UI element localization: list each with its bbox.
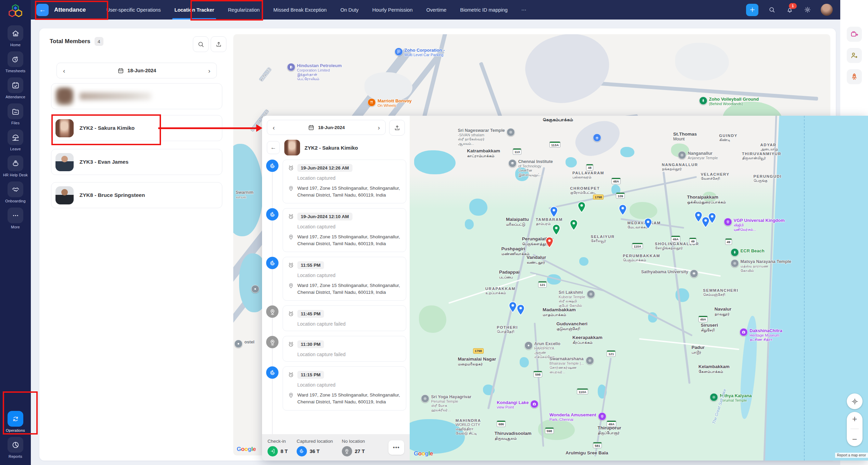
nav-item-user-specific-operations[interactable]: User-specific Operations [100, 0, 168, 20]
alarm-clock-icon [288, 262, 294, 268]
map-pin-red[interactable] [545, 237, 554, 248]
home-icon [8, 25, 23, 41]
map-label-thiruvadisoolam: Thiruvadisoolamதிருவடிசூலம் [495, 431, 532, 441]
alarm-clock-icon [288, 311, 294, 317]
member-row-zyk3[interactable]: ZYK3 - Evan James [51, 149, 222, 175]
map-pin-blue[interactable] [644, 218, 652, 229]
timeline-entry[interactable]: 11:45 PMLocation capture failed [266, 305, 406, 331]
map-pin-blue[interactable] [708, 212, 717, 224]
next-day-button[interactable]: › [208, 67, 210, 74]
rail-button-personswap[interactable] [847, 48, 862, 63]
calendar-icon [308, 124, 315, 131]
search-button[interactable] [767, 5, 776, 14]
annotation-arrow-head [256, 124, 262, 132]
members-export-button[interactable] [211, 36, 226, 52]
sidebar-item-operations[interactable]: Operations [6, 411, 25, 432]
map-label-sri-lakshmi: Sri LakshmiKuberar Temple ஸ்ரீ லக்ஷ்மி க… [559, 290, 595, 308]
map-label-st-thomas: St.ThomasMount [673, 131, 697, 141]
navbar-actions: 1 [746, 4, 833, 16]
sidebar-item-attendance[interactable]: Attendance [5, 77, 25, 99]
map-pin-blue[interactable] [509, 301, 517, 313]
route-shield-49: 49 [725, 238, 732, 245]
tracker-map[interactable]: கெருகம்பாக்கம்St.ThomasMountGUINDYகிண்டி… [410, 116, 868, 461]
om-poi-icon [421, 394, 429, 403]
route-shield-49A: 49A [698, 316, 708, 322]
rail-button-rocket[interactable] [847, 69, 862, 84]
clock-icon [8, 51, 23, 67]
member-row-hidden[interactable] [51, 83, 222, 109]
captured-address: Ward 197, Zone 15 Sholinganallur, Sholin… [297, 392, 401, 405]
member-row-zyk8[interactable]: ZYK8 - Bruce Springsteen [51, 182, 222, 208]
report-map-error[interactable]: Report a map error [835, 453, 868, 458]
map-label-hindustan-petroleum: Hindustan PetroleumCorporation Limited இ… [287, 63, 342, 81]
tree-poi-icon [731, 248, 739, 256]
timeline-card: 11:15 PMLocation capturedWard 197, Zone … [283, 366, 406, 410]
nav-item-biometric-id-mapping[interactable]: Biometric ID mapping [453, 0, 514, 20]
sidebar-item-files[interactable]: Files [8, 103, 23, 125]
prev-day-button[interactable]: ‹ [63, 67, 65, 74]
dot-poi-icon [251, 285, 259, 293]
nav-item-overtime[interactable]: Overtime [419, 0, 453, 20]
legend-label: No location [342, 439, 365, 444]
zoho-people-logo[interactable] [8, 3, 23, 19]
map-label-pallavaram: PALLAVARAMபல்லாவரம் [572, 171, 604, 179]
map-label-potheri: POTHERIபொத்தேரி [497, 325, 518, 334]
umbrella-icon [8, 129, 23, 145]
map-pin-green[interactable] [577, 201, 586, 213]
user-avatar[interactable] [821, 4, 833, 16]
timeline-entry[interactable]: 11:55 PMLocation capturedWard 197, Zone … [266, 257, 406, 301]
sidebar-item-hr-help-desk[interactable]: HR Help Desk [3, 155, 28, 177]
timestamp-chip: 11:30 PM [297, 340, 324, 348]
timeline-entry[interactable]: 11:30 PMLocation capture failed [266, 336, 406, 362]
sidebar-item-label: More [11, 225, 20, 229]
member-name: ZYK8 - Bruce Springsteen [79, 192, 145, 198]
sidebar-item-reports[interactable]: Reports [8, 437, 23, 458]
map-pin-blue[interactable] [550, 206, 558, 217]
captured-address: Ward 197, Zone 15 Sholinganallur, Sholin… [297, 234, 401, 247]
nav-more-button[interactable]: ⋯ [514, 0, 533, 20]
next-day-button[interactable]: › [378, 124, 380, 131]
nav-item-hourly-permission[interactable]: Hourly Permission [365, 0, 420, 20]
sidebar-item-timesheets[interactable]: Timesheets [5, 51, 25, 73]
map-pin-blue[interactable] [516, 304, 525, 315]
zoom-in-button[interactable]: + [852, 415, 857, 423]
sidebar-item-leave[interactable]: Leave [8, 129, 23, 151]
overlay-back-button[interactable]: ← [267, 141, 280, 154]
map-label-padappai: Padappaiபடப்பை [499, 269, 520, 279]
route-shield-113A: 113A [549, 141, 560, 148]
overlay-member-name: ZYK2 - Sakura Kimiko [305, 145, 358, 151]
legend-more-button[interactable]: ••• [388, 440, 404, 455]
timeline-entry[interactable]: 11:15 PMLocation capturedWard 197, Zone … [266, 366, 406, 410]
back-button[interactable]: ← [36, 4, 49, 16]
rail-button-cardplus[interactable] [847, 27, 862, 42]
captured-address: Ward 197, Zone 15 Sholinganallur, Sholin… [297, 282, 401, 296]
nav-item-location-tracker[interactable]: Location Tracker [168, 0, 221, 20]
nav-item-regularization[interactable]: Regularization [221, 0, 266, 20]
hands-icon [8, 181, 23, 197]
sidebar-item-more[interactable]: More [8, 208, 23, 229]
zoom-out-button[interactable]: − [852, 435, 857, 443]
timestamp-chip: 11:15 PM [297, 371, 324, 379]
map-pin-blue[interactable] [619, 204, 627, 215]
settings-button[interactable] [803, 5, 812, 14]
timeline-entry[interactable]: 19-Jun-2024 12:10 AMLocation capturedWar… [266, 208, 406, 252]
notifications-button[interactable]: 1 [785, 5, 794, 14]
map-label-sri-nageswarar-temple: Sri Nageswarar Temple-SIVAN sthalam ஸ்ரீ… [458, 128, 514, 146]
overlay-export-button[interactable] [389, 120, 405, 136]
prev-day-button[interactable]: ‹ [273, 124, 275, 131]
sidebar-item-onboarding[interactable]: Onboarding [5, 181, 26, 203]
google-logo: Google [237, 446, 256, 453]
legend-check-in: Check-in8 T [268, 439, 288, 456]
map-pin-green[interactable] [552, 224, 561, 236]
map-label-perungudi: PERUNGUDIபெருங்கு [754, 174, 782, 183]
timeline-entry[interactable]: 19-Jun-2024 12:26 AMLocation capturedWar… [266, 160, 406, 203]
legend-label: Captured location [297, 439, 333, 444]
sidebar-item-home[interactable]: Home [8, 25, 23, 47]
my-location-button[interactable] [847, 393, 863, 409]
nav-item-on-duty[interactable]: On Duty [334, 0, 365, 20]
members-search-button[interactable] [193, 36, 209, 52]
legend-value: 27 T [355, 449, 365, 454]
map-pin-green[interactable] [570, 219, 578, 231]
nav-item-missed-break-exception[interactable]: Missed Break Exception [266, 0, 334, 20]
add-button[interactable] [746, 4, 758, 16]
